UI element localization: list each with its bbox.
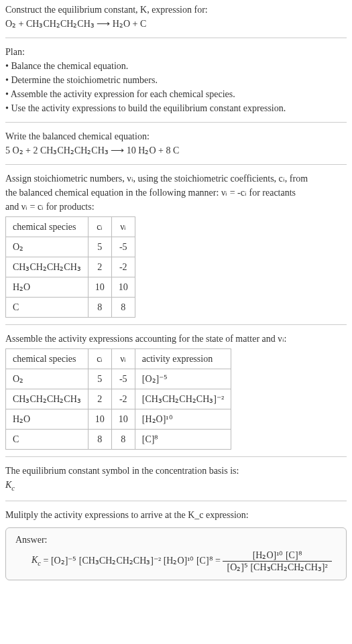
cell-ci: 2 xyxy=(88,389,111,409)
cell-vi: -5 xyxy=(111,369,135,389)
col-ci: cᵢ xyxy=(88,217,111,237)
stoich-table: chemical species cᵢ νᵢ O₂ 5 -5 CH₃CH₂CH₂… xyxy=(5,216,135,318)
table-row: O₂ 5 -5 [O₂]⁻⁵ xyxy=(6,369,231,389)
col-activity: activity expression xyxy=(135,349,231,369)
activity-table: chemical species cᵢ νᵢ activity expressi… xyxy=(5,348,231,450)
table-row: O₂ 5 -5 xyxy=(6,237,135,257)
cell-species: CH₃CH₂CH₂CH₃ xyxy=(6,389,89,409)
cell-vi: 10 xyxy=(111,277,135,298)
cell-species: O₂ xyxy=(6,237,89,257)
stoich-text-block: Assign stoichiometric numbers, νᵢ, using… xyxy=(5,172,347,318)
col-ci: cᵢ xyxy=(88,349,111,369)
col-vi: νᵢ xyxy=(111,217,135,237)
divider xyxy=(5,324,347,325)
fraction-numerator: [H₂O]¹⁰ [C]⁸ xyxy=(223,550,331,562)
cell-species: C xyxy=(6,430,89,450)
table-header-row: chemical species cᵢ νᵢ xyxy=(6,217,135,237)
answer-box: Answer: Kc = [O₂]⁻⁵ [CH₃CH₂CH₂CH₃]⁻² [H₂… xyxy=(5,527,347,580)
eq-symbol: Kc xyxy=(5,478,347,494)
cell-species: H₂O xyxy=(6,277,89,298)
fraction-denominator: [O₂]⁵ [CH₃CH₂CH₂CH₃]² xyxy=(223,562,331,573)
eq-symbol-text: The equilibrium constant symbol in the c… xyxy=(5,464,347,478)
prompt-block: Construct the equilibrium constant, K, e… xyxy=(5,3,347,31)
answer-fraction: [H₂O]¹⁰ [C]⁸ [O₂]⁵ [CH₃CH₂CH₂CH₃]² xyxy=(223,550,331,573)
unbalanced-equation: O₂ + CH₃CH₂CH₂CH₃ ⟶ H₂O + C xyxy=(5,17,347,31)
table-row: H₂O 10 10 xyxy=(6,277,135,298)
cell-vi: -2 xyxy=(111,389,135,409)
cell-activity: [C]⁸ xyxy=(135,430,231,450)
answer-formula: Kc = [O₂]⁻⁵ [CH₃CH₂CH₂CH₃]⁻² [H₂O]¹⁰ [C]… xyxy=(32,550,337,573)
cell-vi: 8 xyxy=(111,430,135,450)
plan-heading: Plan: xyxy=(5,45,347,59)
plan-bullet-2: • Determine the stoichiometric numbers. xyxy=(5,73,347,87)
table-row: C 8 8 [C]⁸ xyxy=(6,430,231,450)
cell-ci: 8 xyxy=(88,430,111,450)
plan-bullet-4: • Use the activity expressions to build … xyxy=(5,101,347,115)
cell-ci: 10 xyxy=(88,277,111,298)
cell-activity: [H₂O]¹⁰ xyxy=(135,409,231,430)
balanced-heading: Write the balanced chemical equation: xyxy=(5,129,347,143)
cell-ci: 2 xyxy=(88,257,111,277)
stoich-line1: Assign stoichiometric numbers, νᵢ, using… xyxy=(5,172,347,186)
cell-vi: 8 xyxy=(111,298,135,318)
cell-ci: 5 xyxy=(88,369,111,389)
divider xyxy=(5,501,347,501)
answer-label: Answer: xyxy=(15,535,337,545)
table-row: CH₃CH₂CH₂CH₃ 2 -2 xyxy=(6,257,135,277)
balanced-equation: 5 O₂ + 2 CH₃CH₂CH₂CH₃ ⟶ 10 H₂O + 8 C xyxy=(5,143,347,157)
col-vi: νᵢ xyxy=(111,349,135,369)
eq-symbol-block: The equilibrium constant symbol in the c… xyxy=(5,464,347,494)
cell-ci: 10 xyxy=(88,409,111,430)
divider xyxy=(5,164,347,165)
kc-symbol: Kc xyxy=(32,555,41,565)
cell-species: H₂O xyxy=(6,409,89,430)
cell-vi: -2 xyxy=(111,257,135,277)
plan-bullet-1: • Balance the chemical equation. xyxy=(5,59,347,73)
answer-flat: [O₂]⁻⁵ [CH₃CH₂CH₂CH₃]⁻² [H₂O]¹⁰ [C]⁸ = xyxy=(51,555,223,565)
balanced-block: Write the balanced chemical equation: 5 … xyxy=(5,129,347,157)
cell-species: O₂ xyxy=(6,369,89,389)
cell-activity: [O₂]⁻⁵ xyxy=(135,369,231,389)
prompt-line1: Construct the equilibrium constant, K, e… xyxy=(5,3,347,17)
plan-block: Plan: • Balance the chemical equation. •… xyxy=(5,45,347,115)
divider xyxy=(5,122,347,123)
col-species: chemical species xyxy=(6,217,89,237)
cell-ci: 5 xyxy=(88,237,111,257)
stoich-line3: and νᵢ = cᵢ for products: xyxy=(5,200,347,214)
cell-ci: 8 xyxy=(88,298,111,318)
cell-vi: -5 xyxy=(111,237,135,257)
table-row: CH₃CH₂CH₂CH₃ 2 -2 [CH₃CH₂CH₂CH₃]⁻² xyxy=(6,389,231,409)
cell-activity: [CH₃CH₂CH₂CH₃]⁻² xyxy=(135,389,231,409)
table-row: H₂O 10 10 [H₂O]¹⁰ xyxy=(6,409,231,430)
divider xyxy=(5,38,347,38)
plan-bullet-3: • Assemble the activity expression for e… xyxy=(5,87,347,101)
multiply-text: Mulitply the activity expressions to arr… xyxy=(5,508,347,522)
cell-vi: 10 xyxy=(111,409,135,430)
cell-species: C xyxy=(6,298,89,318)
stoich-line2: the balanced chemical equation in the fo… xyxy=(5,186,347,200)
activity-block: Assemble the activity expressions accoun… xyxy=(5,332,347,450)
table-header-row: chemical species cᵢ νᵢ activity expressi… xyxy=(6,349,231,369)
table-row: C 8 8 xyxy=(6,298,135,318)
activity-text: Assemble the activity expressions accoun… xyxy=(5,332,347,346)
cell-species: CH₃CH₂CH₂CH₃ xyxy=(6,257,89,277)
divider xyxy=(5,456,347,457)
col-species: chemical species xyxy=(6,349,89,369)
